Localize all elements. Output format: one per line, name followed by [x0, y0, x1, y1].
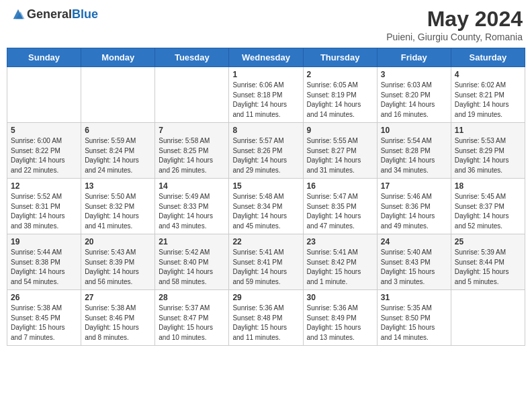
header: GeneralBlue May 2024 Puieni, Giurgiu Cou…: [7, 7, 525, 42]
calendar-cell: 29 Sunrise: 5:36 AMSunset: 8:48 PMDaylig…: [229, 290, 303, 346]
day-info: Sunrise: 6:03 AMSunset: 8:20 PMDaylight:…: [381, 81, 447, 120]
day-number: 30: [307, 293, 373, 302]
day-info: Sunrise: 5:58 AMSunset: 8:25 PMDaylight:…: [159, 136, 225, 175]
day-info: Sunrise: 5:41 AMSunset: 8:41 PMDaylight:…: [232, 248, 299, 287]
day-number: 16: [307, 181, 373, 191]
day-info: Sunrise: 5:39 AMSunset: 8:44 PMDaylight:…: [455, 248, 521, 287]
logo: GeneralBlue: [9, 7, 98, 21]
calendar-cell: 3 Sunrise: 6:03 AMSunset: 8:20 PMDayligh…: [377, 67, 451, 123]
day-number: 17: [381, 181, 447, 191]
calendar-cell: 12 Sunrise: 5:52 AMSunset: 8:31 PMDaylig…: [7, 179, 81, 234]
day-info: Sunrise: 5:40 AMSunset: 8:43 PMDaylight:…: [381, 248, 447, 287]
calendar-cell: 7 Sunrise: 5:58 AMSunset: 8:25 PMDayligh…: [155, 123, 229, 179]
col-sunday: Sunday: [7, 48, 81, 67]
day-info: Sunrise: 5:37 AMSunset: 8:47 PMDaylight:…: [159, 304, 225, 342]
day-info: Sunrise: 5:50 AMSunset: 8:32 PMDaylight:…: [85, 192, 151, 231]
day-number: 3: [381, 70, 447, 79]
day-number: 29: [232, 293, 299, 302]
day-info: Sunrise: 5:53 AMSunset: 8:29 PMDaylight:…: [455, 136, 521, 175]
col-monday: Monday: [81, 48, 155, 67]
day-info: Sunrise: 5:35 AMSunset: 8:50 PMDaylight:…: [381, 304, 447, 342]
calendar-cell: [451, 290, 525, 346]
calendar-week-row: 19 Sunrise: 5:44 AMSunset: 8:38 PMDaylig…: [7, 234, 525, 290]
calendar-cell: 17 Sunrise: 5:46 AMSunset: 8:36 PMDaylig…: [377, 179, 451, 234]
day-number: 7: [159, 126, 225, 135]
day-info: Sunrise: 5:46 AMSunset: 8:36 PMDaylight:…: [381, 192, 447, 231]
calendar-table: Sunday Monday Tuesday Wednesday Thursday…: [7, 48, 525, 346]
calendar-cell: 4 Sunrise: 6:02 AMSunset: 8:21 PMDayligh…: [451, 67, 525, 123]
calendar-cell: 10 Sunrise: 5:54 AMSunset: 8:28 PMDaylig…: [377, 123, 451, 179]
day-number: 15: [232, 181, 299, 191]
calendar-week-row: 26 Sunrise: 5:38 AMSunset: 8:45 PMDaylig…: [7, 290, 525, 346]
day-info: Sunrise: 5:41 AMSunset: 8:42 PMDaylight:…: [307, 248, 373, 287]
day-number: 23: [307, 237, 373, 246]
calendar-week-row: 5 Sunrise: 6:00 AMSunset: 8:22 PMDayligh…: [7, 123, 525, 179]
calendar-cell: 26 Sunrise: 5:38 AMSunset: 8:45 PMDaylig…: [7, 290, 81, 346]
day-info: Sunrise: 6:02 AMSunset: 8:21 PMDaylight:…: [455, 81, 521, 120]
day-number: 21: [159, 237, 225, 246]
day-info: Sunrise: 5:44 AMSunset: 8:38 PMDaylight:…: [11, 248, 77, 287]
day-info: Sunrise: 5:55 AMSunset: 8:27 PMDaylight:…: [307, 136, 373, 175]
calendar-cell: [155, 67, 229, 123]
day-number: 26: [11, 293, 77, 302]
day-number: 14: [159, 181, 225, 191]
title-area: May 2024 Puieni, Giurgiu County, Romania: [386, 7, 523, 42]
calendar-cell: 9 Sunrise: 5:55 AMSunset: 8:27 PMDayligh…: [303, 123, 377, 179]
col-tuesday: Tuesday: [155, 48, 229, 67]
calendar-cell: 6 Sunrise: 5:59 AMSunset: 8:24 PMDayligh…: [81, 123, 155, 179]
day-info: Sunrise: 5:52 AMSunset: 8:31 PMDaylight:…: [11, 192, 77, 231]
calendar-header-row: Sunday Monday Tuesday Wednesday Thursday…: [7, 48, 525, 67]
calendar-cell: 31 Sunrise: 5:35 AMSunset: 8:50 PMDaylig…: [377, 290, 451, 346]
col-saturday: Saturday: [451, 48, 525, 67]
calendar-cell: 5 Sunrise: 6:00 AMSunset: 8:22 PMDayligh…: [7, 123, 81, 179]
col-thursday: Thursday: [303, 48, 377, 67]
day-number: 24: [381, 237, 447, 246]
calendar-week-row: 12 Sunrise: 5:52 AMSunset: 8:31 PMDaylig…: [7, 179, 525, 234]
day-number: 18: [455, 181, 521, 191]
day-number: 9: [307, 126, 373, 135]
day-number: 28: [159, 293, 225, 302]
day-info: Sunrise: 5:57 AMSunset: 8:26 PMDaylight:…: [232, 136, 299, 175]
day-number: 2: [307, 70, 373, 79]
logo-blue: Blue: [72, 7, 98, 21]
calendar-cell: 11 Sunrise: 5:53 AMSunset: 8:29 PMDaylig…: [451, 123, 525, 179]
calendar-cell: 13 Sunrise: 5:50 AMSunset: 8:32 PMDaylig…: [81, 179, 155, 234]
col-friday: Friday: [377, 48, 451, 67]
day-number: 31: [381, 293, 447, 302]
calendar-cell: 15 Sunrise: 5:48 AMSunset: 8:34 PMDaylig…: [229, 179, 303, 234]
day-number: 22: [232, 237, 299, 246]
calendar-cell: 20 Sunrise: 5:43 AMSunset: 8:39 PMDaylig…: [81, 234, 155, 290]
day-number: 12: [11, 181, 77, 191]
day-info: Sunrise: 5:43 AMSunset: 8:39 PMDaylight:…: [85, 248, 151, 287]
day-number: 5: [11, 126, 77, 135]
calendar-cell: 8 Sunrise: 5:57 AMSunset: 8:26 PMDayligh…: [229, 123, 303, 179]
day-number: 10: [381, 126, 447, 135]
month-title: May 2024: [386, 7, 523, 32]
day-info: Sunrise: 6:00 AMSunset: 8:22 PMDaylight:…: [11, 136, 77, 175]
day-number: 11: [455, 126, 521, 135]
day-info: Sunrise: 5:36 AMSunset: 8:48 PMDaylight:…: [232, 304, 299, 342]
calendar-cell: [81, 67, 155, 123]
location-subtitle: Puieni, Giurgiu County, Romania: [386, 32, 523, 42]
day-info: Sunrise: 5:38 AMSunset: 8:45 PMDaylight:…: [11, 304, 77, 342]
day-info: Sunrise: 5:38 AMSunset: 8:46 PMDaylight:…: [85, 304, 151, 342]
day-number: 8: [232, 126, 299, 135]
calendar-cell: 25 Sunrise: 5:39 AMSunset: 8:44 PMDaylig…: [451, 234, 525, 290]
calendar-cell: 22 Sunrise: 5:41 AMSunset: 8:41 PMDaylig…: [229, 234, 303, 290]
calendar-cell: 28 Sunrise: 5:37 AMSunset: 8:47 PMDaylig…: [155, 290, 229, 346]
day-number: 27: [85, 293, 151, 302]
calendar-week-row: 1 Sunrise: 6:06 AMSunset: 8:18 PMDayligh…: [7, 67, 525, 123]
calendar-cell: 16 Sunrise: 5:47 AMSunset: 8:35 PMDaylig…: [303, 179, 377, 234]
day-info: Sunrise: 5:47 AMSunset: 8:35 PMDaylight:…: [307, 192, 373, 231]
calendar-cell: 27 Sunrise: 5:38 AMSunset: 8:46 PMDaylig…: [81, 290, 155, 346]
logo-general: General: [27, 7, 72, 21]
day-info: Sunrise: 5:36 AMSunset: 8:49 PMDaylight:…: [307, 304, 373, 342]
day-number: 20: [85, 237, 151, 246]
day-info: Sunrise: 5:48 AMSunset: 8:34 PMDaylight:…: [232, 192, 299, 231]
calendar-cell: 19 Sunrise: 5:44 AMSunset: 8:38 PMDaylig…: [7, 234, 81, 290]
logo-icon: [11, 7, 26, 21]
calendar-cell: 21 Sunrise: 5:42 AMSunset: 8:40 PMDaylig…: [155, 234, 229, 290]
calendar-cell: [7, 67, 81, 123]
logo-text: GeneralBlue: [27, 7, 98, 21]
day-info: Sunrise: 6:06 AMSunset: 8:18 PMDaylight:…: [232, 81, 299, 120]
